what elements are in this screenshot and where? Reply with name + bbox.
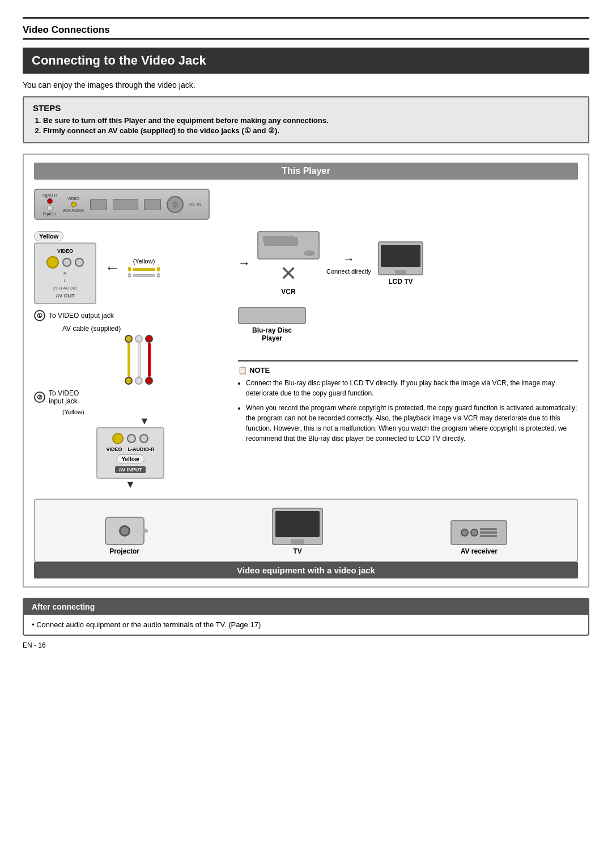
after-connecting-box: After connecting • Connect audio equipme…	[23, 598, 589, 636]
cable-end-w-top	[135, 335, 143, 343]
step1-circle: ①	[34, 310, 45, 321]
note-item-1: Connect the Blu-ray disc player to LCD T…	[246, 378, 578, 398]
av-receiver-controls	[461, 528, 497, 537]
video-label-top: VIDEO	[57, 248, 73, 254]
step1-item: ① To VIDEO output jack	[34, 310, 227, 321]
cable-visual-w	[128, 273, 160, 278]
av-receiver-label: AV receiver	[461, 547, 498, 555]
projector-icon	[105, 517, 144, 545]
cable-connector-area: (Yellow)	[128, 258, 160, 278]
projector-device-box: Projector	[105, 517, 144, 555]
panel-component	[144, 199, 161, 210]
right-column: → ✕ VCR → Connect directly	[238, 231, 578, 448]
panel-jack-red	[47, 198, 53, 204]
cable-body-w	[133, 274, 155, 277]
cable-visual	[128, 267, 160, 271]
av-input-labels: VIDEO L-AUDIO-R	[106, 446, 154, 452]
cable-red	[145, 335, 153, 385]
yellow-label3: (Yellow)	[62, 409, 227, 415]
cable-wire-y	[128, 343, 130, 377]
arrow-down-av: ▼	[62, 415, 227, 427]
step2-circle: ②	[34, 392, 45, 403]
cable-end-w-bot	[135, 377, 143, 385]
cable-end-y-bot	[125, 377, 133, 385]
panel-optical	[90, 199, 107, 210]
av-out-section: Yellow VIDEO R L 2CH AUDIO AV OUT	[34, 231, 227, 304]
panel-label-audio2: 2CH AUDIO	[63, 209, 84, 212]
vcr-x-mark: ✕	[280, 262, 297, 286]
step-2: Firmly connect an AV cable (supplied) to…	[43, 126, 579, 135]
panel-label-rl: PgAO R	[42, 193, 57, 197]
yellow-label-left: Yellow VIDEO R L 2CH AUDIO AV OUT	[34, 231, 96, 304]
tv-stand	[291, 539, 304, 544]
yellow-label2: (Yellow)	[133, 258, 155, 265]
av-knob-2	[470, 529, 478, 537]
projector-label: Projector	[109, 547, 139, 555]
lcd-tv-label: LCD TV	[388, 278, 413, 286]
panel-label-video: VIDEO	[67, 197, 80, 201]
vcr-icon	[257, 231, 320, 259]
video-jack-banner: Video equipment with a video jack	[34, 562, 578, 578]
this-player-banner: This Player	[34, 163, 578, 180]
av-receiver-icon	[450, 520, 507, 545]
player-back-panel: PgAO R PgAO L VIDEO 2CH AUDIO ⊙ AC IN	[34, 189, 210, 220]
cable-body-y	[133, 268, 155, 271]
audio-text: L-AUDIO-R	[128, 446, 155, 452]
av-btn-1	[480, 528, 497, 530]
av-out-box: VIDEO R L 2CH AUDIO AV OUT	[34, 242, 96, 304]
tv-screen	[275, 511, 320, 537]
panel-ac-label: AC IN	[189, 202, 201, 207]
av-input-jack-r	[139, 434, 148, 443]
bluray-icon	[238, 307, 306, 324]
av-btn-2	[480, 531, 497, 534]
av-buttons	[480, 528, 497, 537]
diagram-wrapper: This Player PgAO R PgAO L VIDEO 2CH AUDI…	[23, 154, 589, 588]
step1-text: To VIDEO output jack	[49, 312, 114, 320]
bottom-devices-row: Projector TV	[34, 499, 578, 562]
r-label: R	[63, 271, 67, 276]
cable-wire-r	[148, 343, 151, 377]
av-input-jack-yellow	[112, 433, 124, 444]
panel-fan: ⊙	[167, 196, 184, 213]
av-knob-1	[461, 529, 469, 537]
av-cable-label: AV cable (supplied)	[62, 325, 227, 333]
jack-row	[46, 256, 84, 269]
step-1: Be sure to turn off this Player and the …	[43, 116, 579, 125]
after-connecting-header: After connecting	[24, 599, 588, 615]
lcd-tv-icon	[378, 241, 423, 275]
cable-bundle	[125, 335, 153, 385]
after-connecting-body: • Connect audio equipment or the audio t…	[24, 615, 588, 635]
av-out-label: AV OUT	[56, 293, 74, 299]
audio-jack-l	[75, 258, 84, 267]
av-input-label: AV INPUT	[115, 466, 145, 473]
video-text: VIDEO	[106, 446, 122, 452]
cable-end-r-bot	[145, 377, 153, 385]
arrow-right-container: ←	[104, 259, 120, 277]
bluray-row: Blu-ray Disc Player	[238, 307, 578, 342]
cable-tip-w	[128, 273, 131, 278]
arrow-right-to-devices: →	[238, 256, 250, 271]
vcr-knob	[304, 250, 315, 256]
steps-list: Be sure to turn off this Player and the …	[43, 116, 579, 135]
diagram-main: Yellow VIDEO R L 2CH AUDIO AV OUT	[34, 231, 578, 491]
lcd-screen	[381, 245, 420, 267]
steps-title: STEPS	[33, 103, 579, 113]
bluray-label: Blu-ray Disc Player	[252, 326, 292, 342]
main-heading: Connecting to the Video Jack	[23, 48, 589, 74]
note-title: 📋 NOTE	[238, 366, 578, 375]
cable-end-y-top	[125, 335, 133, 343]
av-receiver-device-box: AV receiver	[450, 520, 507, 555]
section-title: Video Connections	[23, 17, 589, 40]
left-column: Yellow VIDEO R L 2CH AUDIO AV OUT	[34, 231, 227, 491]
2ch-label: 2CH AUDIO	[53, 286, 77, 291]
lcd-arrow-group: → Connect directly	[326, 253, 371, 275]
l-label: L	[64, 278, 66, 283]
panel-jack-white	[47, 205, 53, 211]
note-box: 📋 NOTE Connect the Blu-ray disc player t…	[238, 360, 578, 448]
panel-jack-group-video: VIDEO 2CH AUDIO	[63, 197, 84, 212]
cable-tip-y	[128, 267, 131, 271]
yellow-tag-input: Yellow	[116, 454, 144, 464]
av-input-box: VIDEO L-AUDIO-R Yellow AV INPUT	[96, 427, 164, 479]
cable-tip-y2	[157, 267, 160, 271]
vcr-slot	[263, 236, 294, 242]
